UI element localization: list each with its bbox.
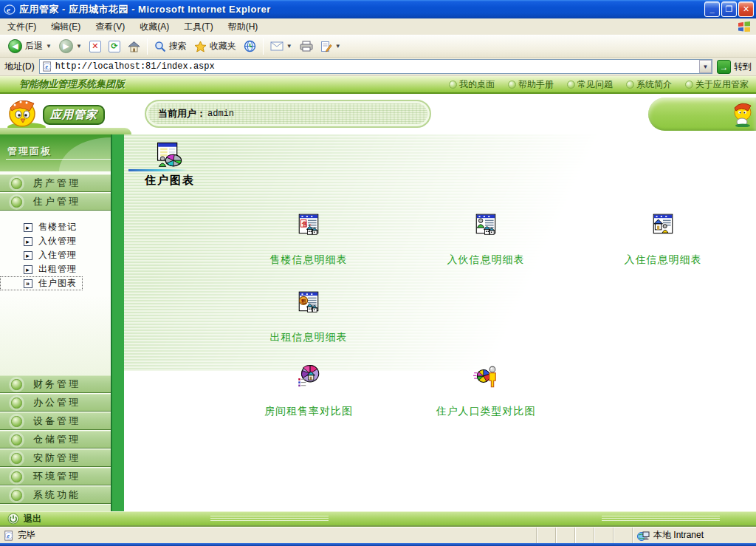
- back-dropdown-icon[interactable]: ▼: [46, 43, 52, 50]
- grid-item-label: 入伙信息明细表: [447, 253, 525, 267]
- sidebar-item-property-mgmt[interactable]: 房产管理: [0, 174, 111, 192]
- mail-button[interactable]: ▼: [267, 40, 296, 52]
- back-button[interactable]: ◀ 后退 ▼: [4, 38, 55, 55]
- header-right-decor: [648, 98, 756, 131]
- restore-button[interactable]: ❐: [721, 1, 737, 17]
- menu-edit[interactable]: 编辑(E): [44, 18, 88, 35]
- forward-button[interactable]: ▶ ▼: [55, 38, 86, 55]
- browser-toolbar: ◀ 后退 ▼ ▶ ▼ ✕ ⟳ 搜索: [0, 35, 756, 58]
- status-bar: e 完毕 本地 Intranet: [0, 527, 756, 543]
- sidebar-item-environment-mgmt[interactable]: 环境管理: [0, 468, 111, 485]
- nav-link-system-intro[interactable]: 系统简介: [626, 78, 672, 91]
- refresh-button[interactable]: ⟳: [105, 39, 124, 54]
- panel-title: 管理面板: [7, 145, 52, 158]
- submenu-handover-mgmt[interactable]: ▸ 入伙管理: [0, 234, 111, 248]
- history-icon: [244, 40, 256, 52]
- address-dropdown-button[interactable]: ▼: [699, 60, 712, 73]
- status-text: 完毕: [18, 529, 35, 542]
- link-population-chart[interactable]: 住户人口类型对比图: [412, 364, 560, 418]
- nav-link-help-manual[interactable]: 帮助手册: [508, 78, 554, 91]
- menu-file[interactable]: 文件(F): [0, 18, 44, 35]
- address-url-text[interactable]: http://localhost:81/index.aspx: [55, 61, 696, 72]
- stop-button[interactable]: ✕: [86, 39, 105, 54]
- back-icon: ◀: [8, 39, 22, 53]
- sphere-bullet-icon: [449, 81, 457, 89]
- svg-text:售: 售: [302, 221, 308, 228]
- sphere-bullet-icon: [11, 197, 22, 208]
- link-rental-report[interactable]: 租 出租信息明细表: [235, 290, 382, 344]
- sidebar-item-finance-mgmt[interactable]: 财务管理: [0, 375, 111, 393]
- svg-text:e: e: [7, 532, 10, 539]
- sidebar-item-resident-mgmt[interactable]: 住户管理: [0, 193, 111, 211]
- grid-item-label: 住户人口类型对比图: [436, 405, 536, 418]
- sidebar: 管理面板 房产管理 住户管理 ▸ 售楼登记 ▸ 入伙管理: [0, 134, 124, 511]
- arrow-box-icon: ▸: [24, 223, 32, 232]
- grid-item-label: 入住信息明细表: [625, 253, 702, 267]
- population-pie-chart-icon: [472, 364, 499, 390]
- current-user-value: admin: [207, 109, 234, 119]
- edit-icon: [320, 41, 332, 52]
- room-rate-pie-chart-icon: [295, 364, 322, 390]
- link-handover-report[interactable]: 入伙信息明细表: [412, 212, 560, 267]
- intranet-zone-label: 本地 Intranet: [653, 529, 704, 542]
- main-content: 住户图表 售: [124, 134, 756, 511]
- submenu-resident-charts[interactable]: » 住户图表: [0, 276, 83, 290]
- search-button[interactable]: 搜索: [151, 38, 190, 54]
- sphere-bullet-icon: [11, 178, 22, 189]
- link-sales-report[interactable]: 售 售楼信息明细表: [235, 212, 382, 267]
- sphere-bullet-icon: [508, 81, 516, 89]
- ie-page-icon: e: [42, 61, 52, 72]
- submenu-rental-mgmt[interactable]: ▸ 出租管理: [0, 262, 111, 276]
- sidebar-item-security-mgmt[interactable]: 安防管理: [0, 449, 111, 467]
- mail-dropdown-icon[interactable]: ▼: [286, 43, 292, 50]
- link-room-rate-chart[interactable]: 房间租售率对比图: [235, 364, 382, 418]
- window-bottom-border: [0, 543, 756, 546]
- nav-link-faq[interactable]: 常见问题: [567, 78, 613, 91]
- nav-link-my-desktop[interactable]: 我的桌面: [449, 78, 495, 91]
- link-checkin-report[interactable]: 入住信息明细表: [589, 212, 737, 267]
- close-button[interactable]: ✕: [738, 1, 754, 17]
- menu-favorites[interactable]: 收藏(A): [132, 18, 176, 35]
- menu-view[interactable]: 查看(V): [88, 18, 132, 35]
- history-button[interactable]: [240, 38, 260, 54]
- mascot-small-icon: [732, 102, 754, 127]
- minimize-button[interactable]: _: [704, 1, 720, 17]
- sidebar-item-office-mgmt[interactable]: 办公管理: [0, 394, 111, 412]
- svg-text:租: 租: [300, 298, 306, 304]
- home-icon: [128, 41, 140, 52]
- sphere-bullet-icon: [11, 471, 22, 482]
- intranet-icon: [637, 530, 650, 541]
- address-input[interactable]: e http://localhost:81/index.aspx ▼: [39, 59, 712, 74]
- menu-help[interactable]: 帮助(H): [221, 18, 266, 35]
- menu-tools[interactable]: 工具(T): [176, 18, 220, 35]
- rental-report-icon: 租: [296, 290, 321, 315]
- forward-icon: ▶: [59, 39, 73, 53]
- grid-item-label: 房间租售率对比图: [264, 405, 353, 418]
- logo-curve-decor: [0, 128, 131, 134]
- home-button[interactable]: [124, 39, 144, 54]
- stop-icon: ✕: [89, 41, 101, 52]
- edit-dropdown-icon[interactable]: ▼: [335, 43, 341, 50]
- sidebar-item-equipment-mgmt[interactable]: 设备管理: [0, 412, 111, 430]
- forward-dropdown-icon[interactable]: ▼: [76, 43, 82, 50]
- sidebar-item-warehouse-mgmt[interactable]: 仓储管理: [0, 431, 111, 448]
- grid-item-label: 出租信息明细表: [270, 331, 348, 344]
- print-button[interactable]: [296, 39, 317, 53]
- submenu-sales-registration[interactable]: ▸ 售楼登记: [0, 220, 111, 234]
- app-header: 应用管家 当前用户： admin: [0, 94, 756, 134]
- ie-page-icon: e: [4, 530, 14, 541]
- search-label: 搜索: [169, 40, 187, 52]
- go-label: 转到: [734, 61, 752, 73]
- sidebar-item-system-functions[interactable]: 系统功能: [0, 486, 111, 504]
- favorites-button[interactable]: 收藏夹: [190, 38, 240, 54]
- sphere-bullet-icon: [11, 397, 22, 409]
- window-title: 应用管家 - 应用城市花园 - Microsoft Internet Explo…: [19, 3, 703, 16]
- edit-button[interactable]: ▼: [317, 39, 345, 54]
- address-bar: 地址(D) e http://localhost:81/index.aspx ▼…: [0, 58, 756, 76]
- print-icon: [300, 41, 313, 52]
- submenu-checkin-mgmt[interactable]: ▸ 入住管理: [0, 248, 111, 262]
- nav-link-about[interactable]: 关于应用管家: [685, 78, 749, 91]
- sidebar-panel-header: 管理面板: [0, 134, 111, 171]
- logout-button[interactable]: 退出: [24, 513, 41, 525]
- go-button[interactable]: → 转到: [717, 60, 752, 74]
